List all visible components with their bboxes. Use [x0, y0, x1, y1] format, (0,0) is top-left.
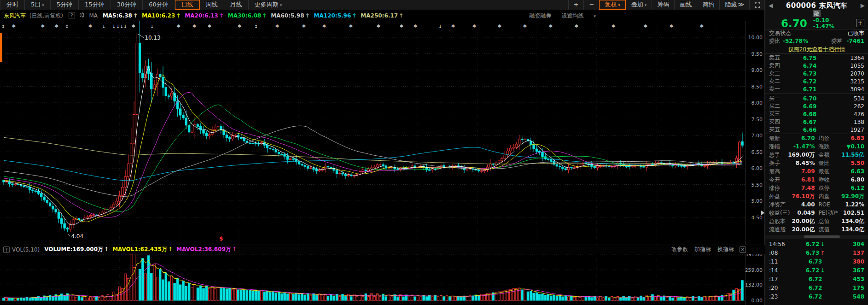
ma-line [4, 147, 742, 181]
tool-adjust[interactable]: 复权▾ [599, 0, 626, 10]
last-price: 6.70 [781, 18, 807, 29]
order-book-row[interactable]: 买二6.69262 [765, 102, 868, 110]
svg-text:*: * [670, 23, 673, 30]
tool-overlay[interactable]: 叠加▾ [626, 0, 652, 10]
order-book-row[interactable]: 卖三6.732070 [765, 70, 868, 77]
svg-text:*: * [302, 23, 306, 30]
ma-value: MA250:6.17↑ [361, 12, 403, 19]
weibi-value: -52.78% [783, 38, 808, 44]
order-book-row[interactable]: 买五6.661927 [765, 126, 868, 134]
ma-line [4, 137, 742, 164]
svg-text:↕: ↕ [1, 24, 5, 29]
prev-stock-arrow[interactable]: ◀ [769, 2, 773, 9]
tab-weekly[interactable]: 周线 [200, 0, 224, 10]
close-icon[interactable]: ✕ [740, 246, 746, 253]
chart-tools: +−复权▾叠加▾筹码画线简约隐藏≫ [568, 0, 765, 10]
weicha-value: -7461 [845, 38, 864, 44]
quote-panel: ◀ ▶ 600006 东风汽车 融 6.70 -0.10 -1.47% + 交易… [764, 0, 868, 305]
chevron-down-icon: ▾ [280, 3, 282, 7]
chart-legend: 东风汽车 (日线,前复权) ? MA MA5:6.38↑MA10:6.23↑MA… [0, 10, 765, 21]
weibi-row: 委比 -52.78% 委差 -7461 [765, 37, 868, 45]
svg-text:*: * [400, 23, 403, 30]
svg-text:5.00: 5.00 [751, 198, 763, 204]
ma-label: MA [89, 12, 98, 19]
svg-text:*: * [575, 23, 578, 30]
svg-text:*: * [275, 23, 279, 30]
svg-text:8.00: 8.00 [751, 100, 763, 106]
tool-zoom-out[interactable]: − [583, 0, 599, 10]
legend-mode: (日线,前复权) [29, 12, 63, 19]
scrollbar-thumb[interactable] [804, 235, 840, 238]
tab-daily[interactable]: 日线 [175, 0, 200, 10]
svg-text:*: * [451, 23, 455, 30]
up-arrow-icon: ↑ [262, 12, 267, 19]
stat-row: 总股本20.00亿总值134.0亿 [765, 217, 868, 225]
svg-text:*: * [12, 23, 16, 30]
tab-monthly[interactable]: 月线 [224, 0, 249, 10]
svg-text:10.00: 10.00 [748, 35, 763, 41]
svg-text:↓: ↓ [112, 24, 116, 29]
panel-collapse-arrow[interactable] [761, 210, 764, 216]
ma-value: MA10:6.23↑ [142, 12, 181, 19]
svg-text:6.00: 6.00 [751, 165, 763, 171]
kline-chart[interactable]: 10.009.509.008.508.007.507.006.506.005.5… [0, 21, 765, 305]
tab-time-sharing[interactable]: 分时 [0, 0, 25, 10]
ask-levels: 卖五6.751364卖四6.741055卖三6.732070卖二6.723215… [765, 54, 868, 93]
tab-more-periods[interactable]: 更多周期▾ [249, 0, 289, 10]
indicator-action-link[interactable]: 加指标 [694, 246, 711, 253]
ma-legend-values: MA5:6.38↑MA10:6.23↑MA20:6.13↑MA30:6.08↑M… [103, 12, 408, 19]
add-to-watchlist-button[interactable]: + [856, 19, 864, 27]
event-markers: ↕***↕*↓↓↓↓↓*↓****↕*******↓********** [1, 23, 704, 30]
tool-chips[interactable]: 筹码 [652, 0, 674, 10]
weibi-label: 委比 [769, 37, 780, 45]
level2-promo-link[interactable]: 仅需20元查看十档行情 [765, 45, 868, 54]
order-book-row[interactable]: 卖一6.713094 [765, 85, 868, 93]
svg-text:*: * [238, 23, 241, 30]
up-tick-icon: ↑ [820, 250, 825, 256]
tick-list[interactable]: 14:566.72↓304:086.73↑137:116.73380:146.7… [765, 240, 868, 301]
svg-text:↕: ↕ [254, 24, 258, 29]
stat-row: 今开6.81昨收6.80 [765, 176, 868, 184]
order-book-row[interactable]: 买一6.70534 [765, 94, 868, 102]
stock-trading-app: 分时5日▾5分钟15分钟30分钟60分钟日线周线月线更多周期▾ +−复权▾叠加▾… [0, 0, 868, 305]
tab-60-min[interactable]: 60分钟 [143, 0, 175, 10]
up-arrow-icon: ↑ [219, 12, 224, 19]
help-icon[interactable]: ? [69, 12, 75, 18]
svg-text:*: * [472, 23, 476, 30]
tab-5-day[interactable]: 5日▾ [25, 0, 51, 10]
tool-draw-line[interactable]: 画线 [674, 0, 697, 10]
tab-5-min[interactable]: 5分钟 [51, 0, 79, 10]
next-stock-arrow[interactable]: ▶ [861, 2, 865, 9]
order-book-row[interactable]: 卖五6.751364 [765, 54, 868, 62]
price-row: 6.70 -0.10 -1.47% + [765, 17, 868, 30]
panel-scrollbar[interactable] [765, 235, 868, 239]
svg-text:259.00: 259.00 [745, 267, 763, 273]
indicator-action-link[interactable]: 换指标 [717, 246, 734, 253]
change-value: -0.10 [813, 17, 829, 23]
indicator-action-link[interactable]: 改参数 [671, 246, 688, 253]
order-book-row[interactable]: 买四6.67138 [765, 118, 868, 126]
stat-row: 外盘76.10万内盘92.90万 [765, 192, 868, 200]
svg-text:5.50: 5.50 [751, 182, 763, 188]
legend-link[interactable]: 融资融券 [529, 12, 551, 19]
up-arrow-icon: ↑ [232, 246, 237, 252]
order-book-row[interactable]: 买三6.68476 [765, 110, 868, 118]
order-book-row[interactable]: 卖四6.741055 [765, 62, 868, 70]
up-arrow-icon: ↑ [176, 12, 181, 19]
legend-link[interactable]: 设置均线▾ [561, 12, 596, 19]
tool-simple-mode[interactable]: 简约 [697, 0, 719, 10]
stock-code: 600006 [786, 1, 816, 10]
vol-legend-values: VOLUME:169.000万↑MAVOL1:62.435万↑MAVOL2:36… [44, 246, 240, 253]
stat-row: 涨停7.48跌停6.12 [765, 184, 868, 192]
tool-hide[interactable]: 隐藏≫ [719, 0, 749, 10]
stat-row: 涨幅-1.47%涨跌▼0.10 [765, 142, 868, 151]
tab-15-min[interactable]: 15分钟 [79, 0, 111, 10]
help-icon[interactable]: ? [3, 246, 10, 253]
tool-fullscreen[interactable] [749, 0, 765, 10]
quote-header: ◀ ▶ 600006 东风汽车 融 6.70 -0.10 -1.47% + [765, 0, 868, 29]
svg-text:10.13: 10.13 [145, 35, 160, 41]
gear-icon[interactable] [79, 11, 85, 22]
tab-30-min[interactable]: 30分钟 [111, 0, 143, 10]
order-book-row[interactable]: 卖二6.723215 [765, 77, 868, 85]
tool-zoom-in[interactable]: + [568, 0, 584, 10]
